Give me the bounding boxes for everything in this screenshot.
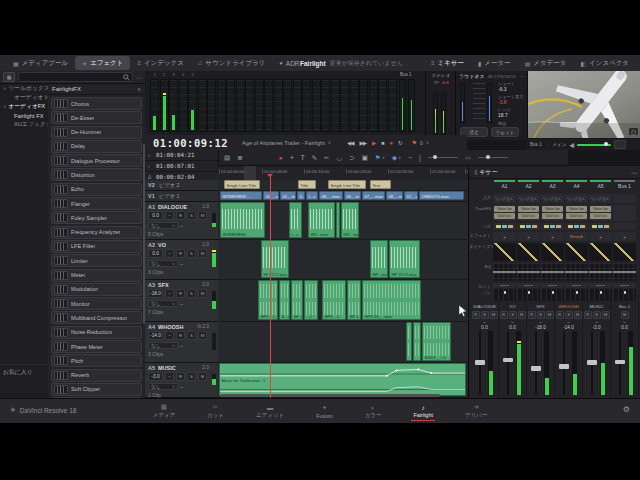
timeline-tool[interactable]: T xyxy=(301,154,305,161)
add-effect-button[interactable]: + xyxy=(551,234,554,240)
mute-button[interactable]: M xyxy=(198,289,207,298)
playhead[interactable] xyxy=(270,174,271,398)
mute-button[interactable]: M xyxy=(546,311,554,319)
mixer-column-header[interactable]: A4 xyxy=(565,180,588,189)
audio-track-header[interactable]: A2 VO 1.0 0.0 • R S M なし ∨ ~ xyxy=(145,240,218,280)
search-input[interactable] xyxy=(21,74,123,81)
automation-curve-icon[interactable]: ~ xyxy=(180,384,183,390)
input-cell[interactable] xyxy=(613,194,636,203)
solo-button[interactable]: S xyxy=(187,211,196,220)
solo-button[interactable]: S xyxy=(187,331,196,340)
dial-lev-chip[interactable]: Dial Lev xyxy=(494,213,515,219)
mixer-column-header[interactable]: A1 xyxy=(493,180,516,189)
dial-lev-chip[interactable]: Dial Lev xyxy=(518,213,539,219)
add-effect-button[interactable]: + xyxy=(503,234,506,240)
audio-track-header[interactable]: A5 MUSIC 2.0 -3.0 • R S M なし ∨ ~ xyxy=(145,363,218,398)
fx-list-item[interactable]: Noise Reduction xyxy=(51,326,142,339)
effects-cell[interactable]: + xyxy=(517,232,540,241)
dial-lev-chip[interactable]: Dial Lev xyxy=(566,213,587,219)
fader-handle[interactable] xyxy=(559,364,569,369)
arm-button[interactable]: R xyxy=(176,289,185,298)
track-height-icon[interactable]: | xyxy=(419,154,421,161)
extra-value[interactable]: 0 xyxy=(420,140,423,146)
slider-handle[interactable] xyxy=(486,155,491,160)
toolbar-tab[interactable]: ◧ インスペクタ xyxy=(573,56,636,70)
audio-clip[interactable]: SIX07_..#-L xyxy=(422,322,451,361)
title-clip[interactable]: Title xyxy=(298,180,316,189)
mute-button[interactable]: M xyxy=(198,372,207,381)
send-cell[interactable] xyxy=(541,283,564,288)
arm-button[interactable]: R xyxy=(176,249,185,258)
mute-button[interactable]: M xyxy=(621,311,629,319)
loudness-button[interactable]: リセット xyxy=(491,127,519,137)
trackfx-cell[interactable] xyxy=(613,205,636,221)
fx-list-item[interactable]: De-Hummer xyxy=(51,126,142,139)
fx-list-item[interactable]: Meter xyxy=(51,269,142,282)
add-effect-button[interactable]: + xyxy=(527,234,530,240)
view-mode-button[interactable]: ▤ xyxy=(224,154,230,162)
mixer-column-header[interactable]: Bus 1 xyxy=(613,180,636,189)
mute-button[interactable]: M xyxy=(198,331,207,340)
video-clip[interactable]: 02_...ov xyxy=(263,191,279,200)
trackfx-cell[interactable]: Voice Iso Dial Lev xyxy=(541,205,564,221)
automation-dropdown[interactable]: なし ∨ xyxy=(148,260,178,267)
transport-button[interactable]: ◀◀ xyxy=(347,140,353,146)
eq-graph[interactable] xyxy=(589,263,612,281)
audio-clip[interactable]: INTERVIEW ... xyxy=(220,202,265,238)
eq-graph[interactable] xyxy=(541,263,564,281)
automation-dropdown[interactable]: なし ∨ xyxy=(148,342,178,349)
lock-button[interactable]: • xyxy=(165,249,174,258)
send-cell[interactable] xyxy=(565,283,588,288)
audio-clip[interactable]: SFX 05_...wav xyxy=(362,280,421,320)
input-cell[interactable]: リンクなし xyxy=(493,194,516,203)
automation-curve-icon[interactable]: ~ xyxy=(180,343,183,349)
track-level-value[interactable]: -18.0 xyxy=(148,289,163,298)
fader-handle[interactable] xyxy=(475,360,485,365)
marker-button[interactable]: ◆ ∨ xyxy=(392,154,401,162)
video-clip[interactable]: 01_..m xyxy=(280,191,296,200)
bus-assign-cell[interactable] xyxy=(589,223,612,230)
pan-cell[interactable] xyxy=(589,289,612,301)
audio-clip[interactable]: SFX...-L xyxy=(258,280,278,320)
automation-dropdown[interactable]: なし ∨ xyxy=(148,300,178,307)
automation-curve-icon[interactable]: ~ xyxy=(180,223,183,229)
voice-iso-chip[interactable]: Voice Iso xyxy=(590,206,611,212)
mute-button[interactable]: M xyxy=(602,311,610,319)
solo-button[interactable]: S xyxy=(537,311,545,319)
effects-cell[interactable]: + xyxy=(589,232,612,241)
arm-button[interactable]: R xyxy=(472,311,480,319)
voice-iso-chip[interactable]: Voice Iso xyxy=(566,206,587,212)
options-menu-icon[interactable]: ⋯ xyxy=(136,74,142,81)
fx-list-item[interactable]: Soft Clipper xyxy=(51,383,142,396)
arm-button[interactable]: R xyxy=(176,331,185,340)
voice-iso-chip[interactable]: Voice Iso xyxy=(494,206,515,212)
view-mode-button[interactable]: ≣ xyxy=(237,154,242,162)
arm-button[interactable]: R xyxy=(584,311,592,319)
transport-button[interactable]: ↻ xyxy=(398,140,402,146)
transport-button[interactable]: ▶▶ xyxy=(360,140,366,146)
toolbar-tab[interactable]: ▤ メタデータ xyxy=(518,56,574,70)
arm-button[interactable]: R xyxy=(528,311,536,319)
lane-v1[interactable]: INTERVIEW ... 02_...ov 01_..m 0..v L..v … xyxy=(218,191,468,202)
track-level-value[interactable]: 0.0 xyxy=(148,249,163,258)
expand-icon[interactable]: ▢ xyxy=(629,128,638,135)
automation-dropdown[interactable]: なし ∨ xyxy=(148,222,178,229)
dim-level-box[interactable] xyxy=(614,140,626,149)
mixer-strip[interactable]: SFX R S M ~ -18.0 xyxy=(527,302,555,397)
track-level-value[interactable]: 0.0 xyxy=(148,211,163,220)
dynamics-graph[interactable] xyxy=(517,243,540,261)
mixer-strip[interactable]: Bus 1 M ~ 0.0 xyxy=(611,302,639,397)
lock-button[interactable]: • xyxy=(165,372,174,381)
toolbar-tab[interactable]: ≡ インデックス xyxy=(130,56,190,70)
video-clip[interactable]: 06_..m xyxy=(344,191,361,200)
loudness-menu-icon[interactable]: ⋯ xyxy=(521,74,525,79)
video-clip[interactable]: L..v xyxy=(306,191,318,200)
lane-v2[interactable]: Single Line Title Title Single Line Titl… xyxy=(218,180,468,191)
dynamics-graph[interactable] xyxy=(613,243,636,261)
fx-list-item[interactable]: Dialogue Processor xyxy=(51,154,142,167)
mixer-menu-icon[interactable]: ⋯ xyxy=(631,169,637,176)
audio-clip[interactable]: HP VO 2.wav xyxy=(389,240,420,278)
mixer-column-header[interactable]: A2 xyxy=(517,180,540,189)
trackfx-cell[interactable]: Voice Iso Dial Lev xyxy=(517,205,540,221)
tree-item[interactable]: オーディオトラン... xyxy=(0,93,48,102)
